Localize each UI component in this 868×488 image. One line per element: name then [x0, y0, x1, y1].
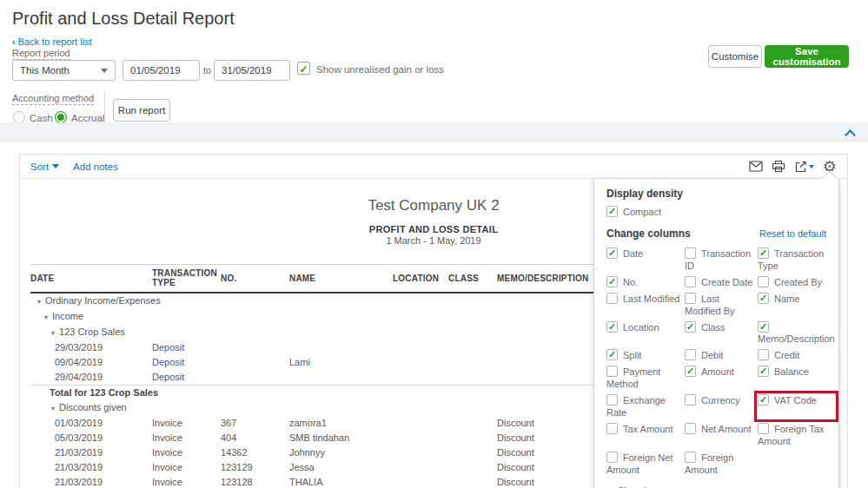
column-checkbox[interactable]	[606, 276, 618, 287]
col-header-name: NAME	[289, 265, 393, 293]
print-icon[interactable]	[772, 160, 785, 173]
column-option[interactable]: Credit	[758, 349, 835, 361]
column-option[interactable]: Net Amount	[685, 423, 758, 447]
column-checkbox[interactable]	[685, 247, 696, 259]
col-header-class: CLASS	[448, 265, 497, 293]
collapse-arrow-icon[interactable]: ▾	[44, 313, 48, 321]
date-to-input[interactable]: 31/05/2019	[214, 60, 290, 81]
col-header-no: NO.	[221, 265, 289, 293]
sort-dropdown[interactable]: Sort	[30, 162, 59, 172]
column-checkbox[interactable]	[685, 394, 696, 406]
column-option[interactable]: Name	[758, 293, 835, 317]
column-checkbox[interactable]	[685, 349, 696, 360]
report-period-value: This Month	[20, 65, 70, 76]
to-label: to	[203, 65, 211, 76]
add-notes-link[interactable]: Add notes	[73, 162, 118, 172]
column-checkbox[interactable]	[758, 423, 769, 434]
reset-to-default-link[interactable]: Reset to default	[759, 228, 826, 239]
collapse-arrow-icon[interactable]: ▾	[37, 298, 41, 306]
column-checkbox[interactable]	[606, 423, 618, 434]
change-columns-heading: Change columns	[606, 228, 691, 240]
column-checkbox[interactable]	[606, 394, 618, 406]
report-toolbar: Sort Add notes ⚙	[20, 155, 847, 179]
column-settings-panel: Display density Compact Change columns R…	[593, 178, 839, 488]
accrual-radio[interactable]	[55, 111, 67, 123]
column-checkbox[interactable]	[606, 293, 618, 304]
column-checkbox[interactable]	[685, 452, 696, 463]
filters-collapse-strip	[0, 122, 868, 142]
column-checkbox[interactable]	[606, 366, 618, 377]
column-option[interactable]: Debit	[685, 349, 758, 361]
collapse-chevron-up-icon[interactable]	[846, 129, 854, 137]
column-option[interactable]: Memo/Description	[758, 321, 835, 345]
report-period-label: Report period	[12, 48, 70, 60]
collapse-arrow-icon[interactable]: ▾	[51, 329, 55, 337]
chevron-down-icon	[101, 69, 108, 73]
column-option[interactable]: Create Date	[685, 276, 758, 288]
page-title: Profit and Loss Detail Report	[12, 9, 235, 29]
accounting-method-label: Accounting method	[12, 93, 94, 105]
column-checkbox[interactable]	[758, 247, 769, 259]
column-checkbox[interactable]	[685, 321, 696, 333]
column-checkbox[interactable]	[758, 321, 769, 333]
back-to-report-list-link[interactable]: ‹Back to report list	[12, 36, 92, 47]
compact-option[interactable]: Compact	[606, 206, 826, 218]
chevron-left-icon: ‹	[12, 36, 16, 47]
column-option[interactable]: Currency	[685, 394, 758, 419]
column-option[interactable]: Payment Method	[606, 366, 685, 390]
column-option[interactable]: Class	[685, 321, 758, 345]
column-checkbox[interactable]	[685, 276, 696, 287]
email-icon[interactable]	[749, 161, 763, 172]
show-unrealised-label: Show unrealised gain or loss	[316, 64, 444, 75]
column-checkbox[interactable]	[685, 423, 696, 434]
divider	[104, 91, 105, 126]
column-option[interactable]: Transaction Type	[758, 247, 835, 272]
column-option[interactable]: No.	[606, 276, 685, 288]
column-checkbox[interactable]	[758, 394, 769, 406]
column-checkbox[interactable]	[758, 293, 769, 304]
save-customisation-button[interactable]: Save customisation	[765, 45, 849, 68]
col-header-date: DATE	[30, 265, 152, 293]
column-checkbox[interactable]	[606, 349, 618, 360]
column-option[interactable]: Split	[606, 349, 685, 361]
column-option[interactable]: Balance	[758, 366, 835, 390]
columns-checkbox-grid: Date Transaction ID Transaction Type No.…	[606, 247, 826, 476]
column-option[interactable]: Last Modified	[606, 293, 685, 317]
column-option[interactable]: Location	[606, 321, 685, 345]
column-option[interactable]: Tax Amount	[606, 423, 685, 447]
column-checkbox[interactable]	[758, 349, 769, 360]
column-checkbox[interactable]	[758, 276, 769, 287]
column-option[interactable]: Exchange Rate	[606, 394, 685, 419]
column-option[interactable]: Created By	[758, 276, 835, 288]
column-checkbox[interactable]	[606, 452, 618, 463]
column-option[interactable]: Foreign Amount	[685, 452, 758, 476]
display-density-heading: Display density	[606, 188, 826, 200]
show-unrealised-checkbox[interactable]	[297, 62, 310, 75]
chevron-down-icon	[809, 165, 814, 168]
export-icon[interactable]	[794, 161, 814, 173]
compact-checkbox[interactable]	[606, 206, 618, 217]
column-option[interactable]: Foreign Tax Amount	[758, 423, 835, 447]
column-checkbox[interactable]	[606, 247, 618, 259]
column-option[interactable]: Amount	[685, 366, 758, 390]
col-header-location: LOCATION	[393, 265, 448, 293]
column-option[interactable]: Date	[606, 247, 685, 272]
column-option[interactable]: Last Modified By	[685, 293, 758, 317]
customise-button[interactable]: Customise	[708, 45, 762, 68]
column-checkbox[interactable]	[685, 366, 696, 377]
column-option-vat-code[interactable]: VAT Code	[758, 394, 835, 419]
collapse-arrow-icon[interactable]: ▾	[51, 405, 55, 412]
column-checkbox[interactable]	[685, 293, 696, 304]
column-option[interactable]: Transaction ID	[685, 247, 758, 272]
column-checkbox[interactable]	[758, 366, 769, 377]
column-checkbox[interactable]	[606, 321, 618, 333]
col-header-transaction-type: TRANSACTION TYPE	[152, 265, 221, 293]
chevron-down-icon	[52, 164, 59, 168]
date-from-input[interactable]: 01/05/2019	[123, 60, 200, 81]
cash-radio[interactable]	[13, 111, 25, 123]
report-period-select[interactable]: This Month	[12, 60, 116, 81]
column-option[interactable]: Foreign Net Amount	[606, 452, 685, 476]
run-report-button[interactable]: Run report	[113, 99, 170, 122]
